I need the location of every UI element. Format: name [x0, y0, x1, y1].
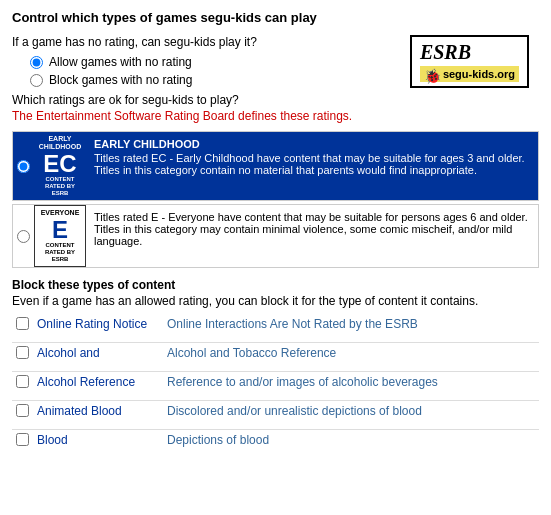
esrb-logo: ESRB 🐞 segu-kids.org — [410, 35, 529, 88]
segu-logo: 🐞 segu-kids.org — [420, 66, 519, 82]
content-label-2: Alcohol Reference — [33, 372, 163, 395]
block-no-rating-option[interactable]: Block games with no rating — [30, 73, 410, 87]
content-label-0: Online Rating Notice — [33, 314, 163, 336]
content-row-check-1[interactable] — [12, 343, 33, 366]
rating-ec-title: EARLY CHILDHOOD — [94, 138, 530, 150]
block-no-rating-radio[interactable] — [30, 74, 43, 87]
rating-ec-badge: EARLYCHILDHOOD EC CONTENT RATED BYESRB — [34, 132, 86, 200]
content-row-2: Alcohol ReferenceReference to and/or ima… — [12, 372, 539, 395]
ratings-link: The Entertainment Software Rating Board … — [12, 109, 539, 123]
content-row-check-4[interactable] — [12, 430, 33, 453]
block-no-rating-label: Block games with no rating — [49, 73, 192, 87]
allow-no-rating-radio[interactable] — [30, 56, 43, 69]
content-desc-2: Reference to and/or images of alcoholic … — [163, 372, 539, 395]
rating-e-radio-cell[interactable] — [13, 205, 34, 267]
rating-e-badge: EVERYONE E CONTENT RATED BYESRB — [34, 205, 86, 267]
content-checkbox-3[interactable] — [16, 404, 29, 417]
ratings-section-label: Which ratings are ok for segu-kids to pl… — [12, 93, 539, 107]
content-label-3: Animated Blood — [33, 401, 163, 424]
content-label-1: Alcohol and — [33, 343, 163, 366]
spacer-row-4 — [12, 452, 539, 458]
block-section-desc: Even if a game has an allowed rating, yo… — [12, 294, 539, 308]
block-section-label: Block these types of content — [12, 278, 539, 292]
content-row-0: Online Rating NoticeOnline Interactions … — [12, 314, 539, 336]
content-row-3: Animated BloodDiscolored and/or unrealis… — [12, 401, 539, 424]
content-table: Online Rating NoticeOnline Interactions … — [12, 314, 539, 458]
content-checkbox-0[interactable] — [16, 317, 29, 330]
rating-ec-card[interactable]: EARLYCHILDHOOD EC CONTENT RATED BYESRB E… — [12, 131, 539, 201]
content-checkbox-2[interactable] — [16, 375, 29, 388]
rating-ec-text: EARLY CHILDHOOD Titles rated EC - Early … — [86, 132, 538, 200]
content-desc-4: Depictions of blood — [163, 430, 539, 453]
segu-bug-icon: 🐞 — [424, 68, 440, 80]
content-checkbox-4[interactable] — [16, 433, 29, 446]
content-desc-1: Alcohol and Tobacco Reference — [163, 343, 539, 366]
content-row-check-3[interactable] — [12, 401, 33, 424]
rating-e-card[interactable]: EVERYONE E CONTENT RATED BYESRB Titles r… — [12, 204, 539, 268]
rating-ec-radio[interactable] — [17, 160, 30, 173]
esrb-text: ESRB — [420, 41, 519, 64]
rating-ec-radio-cell[interactable] — [13, 132, 34, 200]
page-title: Control which types of games segu-kids c… — [12, 10, 539, 25]
rating-cards: EARLYCHILDHOOD EC CONTENT RATED BYESRB E… — [12, 131, 539, 268]
content-desc-3: Discolored and/or unrealistic depictions… — [163, 401, 539, 424]
rating-e-text: Titles rated E - Everyone have content t… — [86, 205, 538, 267]
content-desc-0: Online Interactions Are Not Rated by the… — [163, 314, 539, 336]
content-row-1: Alcohol andAlcohol and Tobacco Reference — [12, 343, 539, 366]
rating-ec-description: Titles rated EC - Early Childhood have c… — [94, 152, 530, 176]
allow-no-rating-label: Allow games with no rating — [49, 55, 192, 69]
content-row-check-0[interactable] — [12, 314, 33, 336]
rating-e-radio[interactable] — [17, 230, 30, 243]
content-row-4: BloodDepictions of blood — [12, 430, 539, 453]
content-checkbox-1[interactable] — [16, 346, 29, 359]
rating-e-description: Titles rated E - Everyone have content t… — [94, 211, 530, 247]
content-row-check-2[interactable] — [12, 372, 33, 395]
allow-no-rating-option[interactable]: Allow games with no rating — [30, 55, 410, 69]
content-label-4: Blood — [33, 430, 163, 453]
